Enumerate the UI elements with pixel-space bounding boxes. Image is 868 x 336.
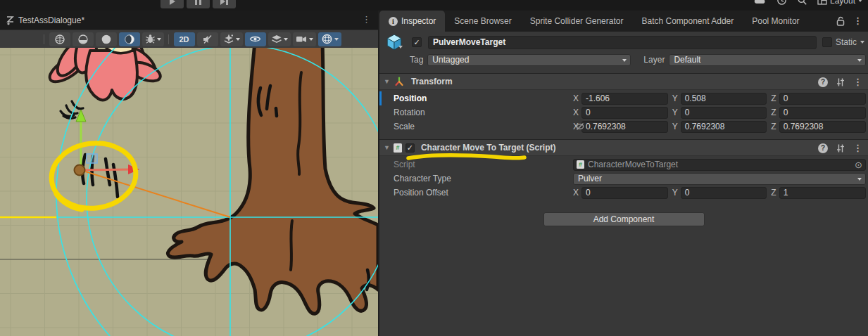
transform-body: Position X-1.606 Y0.508 Z0 Rotation X0 Y… (379, 90, 868, 135)
draw-mode-shaded-sphere-button[interactable] (96, 32, 117, 46)
effects-dropdown-button[interactable] (220, 32, 243, 46)
scale-x-field[interactable]: 0.7692308 (581, 121, 668, 133)
top-right-controls: Layout (754, 0, 862, 6)
audio-muted-icon (202, 34, 213, 44)
static-flags-caret[interactable] (860, 41, 864, 44)
play-icon (170, 0, 175, 5)
component-menu-icon[interactable]: ⋮ (853, 143, 862, 153)
character-type-label: Character Type (379, 174, 573, 183)
play-button[interactable] (161, 0, 184, 8)
gizmo-globe-icon (321, 33, 333, 45)
tab-testassdialogue[interactable]: TestAssDialogue* (6, 15, 84, 25)
scale-label: Scale (379, 122, 573, 131)
2d-mode-toggle[interactable]: 2D (174, 32, 195, 46)
scale-y-field[interactable]: 0.7692308 (681, 121, 767, 133)
layer-label: Layer (643, 55, 665, 65)
gameobject-active-checkbox[interactable]: ✓ (412, 37, 422, 47)
script-object-field[interactable]: # CharacterMoveToTarget ⊙ (573, 159, 866, 171)
component-menu-icon[interactable]: ⋮ (853, 77, 862, 87)
script-component-title: Character Move To Target (Script) (421, 143, 556, 153)
tab-batch-component-adder[interactable]: Batch Component Adder (632, 11, 743, 32)
inspector-panel: i Inspector Scene Browser Sprite Collide… (378, 11, 868, 336)
playmode-controls (161, 0, 236, 8)
position-y-field[interactable]: 0.508 (681, 93, 767, 105)
history-clock-icon[interactable] (776, 0, 787, 6)
transform-title: Transform (411, 77, 453, 86)
dialogue-window-icon (6, 15, 15, 25)
chevron-down-icon (857, 59, 862, 62)
draw-mode-halfshaded-sphere-button[interactable] (73, 32, 94, 46)
y-axis-label: Y (672, 188, 678, 198)
constrain-proportions-icon[interactable] (575, 122, 585, 131)
tag-dropdown[interactable]: Untagged (427, 54, 631, 66)
chevron-down-icon (284, 38, 288, 41)
lock-icon[interactable] (836, 16, 845, 26)
help-icon[interactable]: ? (818, 77, 828, 87)
draw-mode-moon-sphere-button[interactable] (119, 32, 140, 46)
scene-tab-title: TestAssDialogue* (18, 15, 84, 25)
orange-connection-line (81, 170, 230, 217)
search-icon[interactable] (797, 0, 807, 6)
layer-dropdown[interactable]: Default (669, 54, 866, 66)
gameobject-name-field[interactable]: PulverMoveTarget (428, 36, 817, 49)
position-offset-label: Position Offset (379, 188, 573, 198)
position-z-field[interactable]: 0 (779, 93, 866, 105)
half-shaded-sphere-icon (77, 34, 89, 45)
add-component-button[interactable]: Add Component (543, 212, 705, 226)
debug-draw-mode-button[interactable] (142, 32, 164, 46)
pause-button[interactable] (187, 0, 210, 8)
static-label: Static (836, 37, 857, 47)
rotation-z-field[interactable]: 0 (779, 107, 866, 119)
script-component-header[interactable]: ▼ # ✓ Character Move To Target (Script) … (379, 140, 868, 156)
step-icon (220, 0, 228, 5)
tab-label: Sprite Collider Generator (530, 16, 624, 26)
step-button[interactable] (213, 0, 236, 8)
inspector-menu-icon[interactable]: ⋮ (853, 15, 862, 26)
position-x-field[interactable]: -1.606 (581, 93, 668, 105)
scene-viewport[interactable] (0, 48, 378, 336)
layout-dropdown[interactable]: Layout (817, 0, 862, 6)
script-row: Script # CharacterMoveToTarget ⊙ (379, 157, 868, 172)
scene-visibility-toggle[interactable] (245, 32, 266, 46)
scene-tab-menu-icon[interactable]: ⋮ (362, 14, 371, 25)
toolbar-separator (168, 34, 169, 44)
script-component-body: Script # CharacterMoveToTarget ⊙ Charact… (379, 156, 868, 201)
shaded-sphere-icon (101, 34, 112, 45)
help-icon[interactable]: ? (818, 143, 828, 153)
rotation-x-field[interactable]: 0 (581, 107, 668, 119)
tab-scene-browser[interactable]: Scene Browser (445, 11, 520, 32)
presets-icon[interactable] (836, 77, 845, 87)
rotation-y-field[interactable]: 0 (681, 107, 767, 119)
layers-icon (271, 34, 282, 44)
bird-sprite[interactable] (46, 48, 163, 118)
tab-sprite-collider-generator[interactable]: Sprite Collider Generator (521, 11, 633, 32)
chevron-down-icon (858, 0, 862, 2)
audio-mute-toggle[interactable] (197, 32, 218, 46)
scene-view-toolbar: 2D (0, 30, 378, 48)
camera-dropdown-button[interactable] (293, 32, 316, 46)
character-type-dropdown[interactable]: Pulver (573, 173, 866, 185)
gizmos-dropdown-button[interactable] (318, 32, 341, 46)
layers-dropdown-button[interactable] (268, 32, 291, 46)
presets-icon[interactable] (836, 143, 845, 153)
transform-header[interactable]: ▼ Transform ? ⋮ (379, 74, 868, 90)
chevron-down-icon (157, 38, 161, 41)
icon-picker-caret[interactable] (398, 46, 403, 49)
tab-pool-monitor[interactable]: Pool Monitor (743, 11, 808, 32)
bug-icon (145, 34, 156, 44)
gameobject-cube-icon[interactable] (385, 33, 403, 51)
static-checkbox[interactable] (822, 37, 832, 47)
draw-mode-wireframe-sphere-button[interactable] (49, 32, 70, 46)
offset-y-field[interactable]: 0 (681, 187, 767, 199)
foldout-icon[interactable]: ▼ (384, 78, 390, 85)
scene-canvas (0, 48, 378, 336)
cloud-icon[interactable] (754, 0, 767, 6)
offset-z-field[interactable]: 1 (779, 187, 866, 199)
scale-z-field[interactable]: 0.7692308 (779, 121, 866, 133)
foldout-icon[interactable]: ▼ (384, 144, 390, 151)
offset-x-field[interactable]: 0 (581, 187, 668, 199)
z-axis-label: Z (771, 93, 776, 103)
tab-inspector[interactable]: i Inspector (379, 11, 445, 32)
component-enabled-checkbox[interactable]: ✓ (405, 143, 415, 153)
object-picker-icon[interactable]: ⊙ (855, 160, 862, 170)
